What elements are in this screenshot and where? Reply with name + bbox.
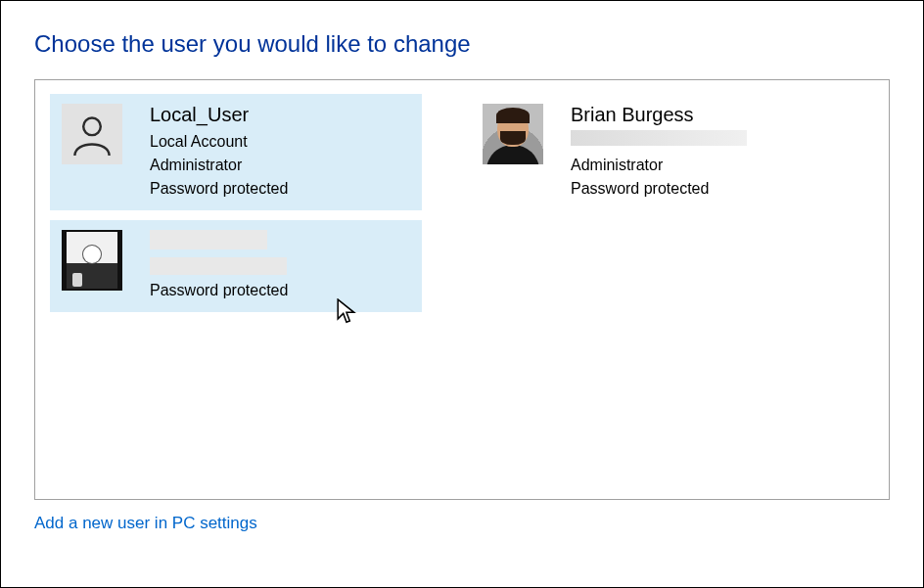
- svg-point-0: [83, 118, 101, 136]
- user-password-status: Password protected: [150, 279, 410, 302]
- avatar-placeholder-icon: [62, 104, 122, 164]
- user-card-redacted[interactable]: Password protected: [50, 220, 422, 312]
- user-name: Local_User: [150, 104, 410, 126]
- user-info: Password protected: [150, 230, 410, 302]
- add-user-link[interactable]: Add a new user in PC settings: [34, 514, 257, 533]
- users-panel: Local_User Local Account Administrator P…: [34, 79, 890, 500]
- user-password-status: Password protected: [150, 177, 410, 201]
- user-card-local-user[interactable]: Local_User Local Account Administrator P…: [50, 94, 422, 210]
- page-title: Choose the user you would like to change: [34, 30, 890, 58]
- avatar-landscape-icon: [62, 230, 122, 291]
- user-name-redacted: [150, 230, 267, 249]
- user-line-redacted: [150, 257, 287, 275]
- user-password-status: Password protected: [571, 177, 831, 201]
- user-role: Administrator: [571, 154, 831, 177]
- user-role: Administrator: [150, 154, 410, 177]
- user-account-type: Local Account: [150, 130, 410, 154]
- avatar-photo: [483, 104, 543, 164]
- user-info: Brian Burgess Administrator Password pro…: [571, 104, 831, 201]
- users-grid: Local_User Local Account Administrator P…: [50, 94, 874, 312]
- user-name: Brian Burgess: [571, 104, 831, 126]
- user-card-brian-burgess[interactable]: Brian Burgess Administrator Password pro…: [471, 94, 843, 210]
- user-info: Local_User Local Account Administrator P…: [150, 104, 410, 201]
- user-email-redacted: [571, 130, 747, 146]
